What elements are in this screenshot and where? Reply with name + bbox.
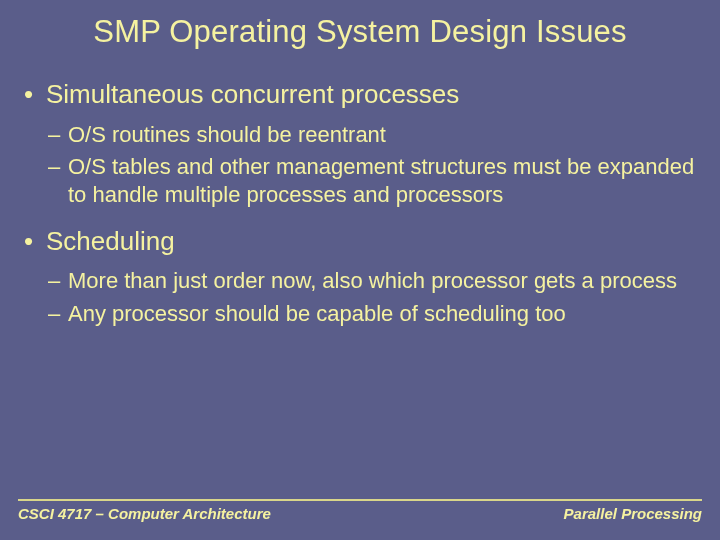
bullet-item: O/S tables and other management structur…: [48, 153, 702, 209]
spacer: [18, 213, 702, 225]
footer-right: Parallel Processing: [564, 505, 702, 522]
footer-divider: [18, 499, 702, 501]
bullet-item: O/S routines should be reentrant: [48, 121, 702, 149]
bullet-item: Any processor should be capable of sched…: [48, 300, 702, 328]
footer: CSCI 4717 – Computer Architecture Parall…: [18, 499, 702, 522]
bullet-item: More than just order now, also which pro…: [48, 267, 702, 295]
bullet-heading: Simultaneous concurrent processes: [24, 78, 702, 111]
footer-row: CSCI 4717 – Computer Architecture Parall…: [18, 505, 702, 522]
footer-left: CSCI 4717 – Computer Architecture: [18, 505, 271, 522]
slide-title: SMP Operating System Design Issues: [18, 14, 702, 50]
bullet-heading: Scheduling: [24, 225, 702, 258]
slide: SMP Operating System Design Issues Simul…: [0, 0, 720, 540]
